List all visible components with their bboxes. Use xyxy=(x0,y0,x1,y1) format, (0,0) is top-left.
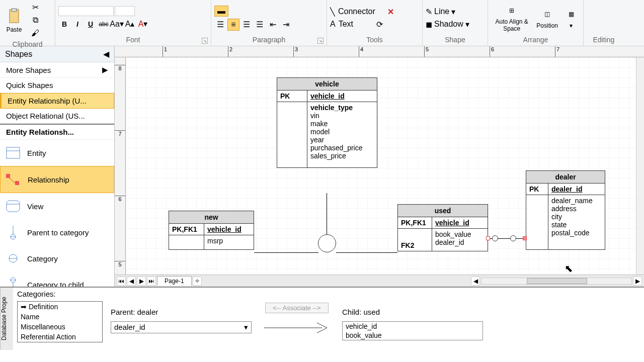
er-stencil-item[interactable]: Entity Relationship (U... xyxy=(0,93,114,109)
page-tabs: ⏮ ◀ ▶ ⏭ Page-1 ✧ ◀ ▶ xyxy=(115,275,644,287)
highlight-button[interactable]: ▬ xyxy=(214,6,228,17)
arrange-group-label: Arrange xyxy=(523,36,548,44)
categories-label: Categories: xyxy=(13,288,107,300)
parent-label: Parent: dealer xyxy=(111,308,252,316)
stencil-title: Entity Relationsh... xyxy=(0,124,114,140)
tools-group-label: Tools xyxy=(366,36,383,44)
cat-definition[interactable]: ➡Definition xyxy=(18,302,102,312)
text-icon: A xyxy=(330,20,336,29)
underline-button[interactable]: U xyxy=(85,18,97,30)
format-painter-icon[interactable]: 🖌 xyxy=(29,27,41,39)
paste-button[interactable]: Paste xyxy=(3,6,25,34)
svg-rect-2 xyxy=(7,147,20,158)
drawing-page[interactable]: vehicle PKvehicle_id vehicle_type vin ma… xyxy=(126,57,636,275)
font-dialog-launcher[interactable]: ↘ xyxy=(202,38,208,44)
database-properties-panel: Database Prope Categories: ➡Definition N… xyxy=(0,287,644,350)
scroll-left-button[interactable]: ◀ xyxy=(471,277,480,286)
entity-new[interactable]: new PK,FK1vehicle_id msrp xyxy=(169,211,254,250)
shape-entity[interactable]: Entity xyxy=(0,140,114,166)
font-color-button[interactable]: A▾ xyxy=(137,18,149,30)
font-case-button[interactable]: Aa▾ xyxy=(111,18,123,30)
svg-rect-6 xyxy=(15,181,19,185)
align-center-button[interactable]: ≡ xyxy=(227,19,239,31)
quick-shapes-item[interactable]: Quick Shapes xyxy=(0,78,114,93)
italic-button[interactable]: I xyxy=(71,18,84,30)
ruler-vertical: 8 7 6 5 xyxy=(115,57,126,275)
rel-line xyxy=(499,238,510,239)
next-page-button[interactable]: ▶ xyxy=(137,277,146,286)
align-left-button[interactable]: ☰ xyxy=(214,19,226,31)
shapes-panel: Shapes◀ More Shapes▶ Quick Shapes Entity… xyxy=(0,46,115,287)
svg-line-18 xyxy=(317,323,327,328)
categories-list[interactable]: ➡Definition Name Miscellaneous Referenti… xyxy=(17,301,103,342)
page-tab[interactable]: Page-1 xyxy=(157,276,192,286)
horizontal-scrollbar[interactable] xyxy=(481,278,632,285)
font-family-select[interactable] xyxy=(58,6,114,16)
shape-category-to-child[interactable]: Category to child xyxy=(0,272,114,287)
connector-button[interactable]: Connector xyxy=(338,7,375,16)
prev-page-button[interactable]: ◀ xyxy=(127,277,136,286)
child-label: Child: used xyxy=(342,308,483,316)
cursor-icon: ⬉ xyxy=(565,262,573,275)
shapes-collapse-icon[interactable]: ◀ xyxy=(103,49,109,59)
align-justify-button[interactable]: ☰ xyxy=(254,19,266,31)
more-shapes-item[interactable]: More Shapes▶ xyxy=(0,62,114,78)
cut-icon[interactable]: ✂ xyxy=(29,1,41,13)
rel-handle[interactable] xyxy=(486,236,490,240)
shapes-header: Shapes xyxy=(5,50,32,59)
props-side-label: Database Prope xyxy=(0,288,13,350)
svg-rect-1 xyxy=(12,9,17,12)
ruler-horizontal: 1 2 3 4 5 6 7 xyxy=(115,46,644,57)
first-page-button[interactable]: ⏮ xyxy=(117,277,126,286)
child-fields-list[interactable]: vehicle_id book_value xyxy=(342,321,483,340)
entity-vehicle[interactable]: vehicle PKvehicle_id vehicle_type vin ma… xyxy=(277,77,377,168)
canvas[interactable]: 1 2 3 4 5 6 7 8 7 6 5 vehicle PKvehicle_… xyxy=(115,46,644,287)
line-button[interactable]: ✎ Line ▾ xyxy=(426,7,455,17)
vertical-scrollbar[interactable] xyxy=(636,57,644,275)
align-right-button[interactable]: ☰ xyxy=(240,19,253,31)
paragraph-group-label: Paragraph xyxy=(253,36,285,44)
indent-increase-button[interactable]: ⇥ xyxy=(280,19,292,31)
last-page-button[interactable]: ⏭ xyxy=(147,277,156,286)
paragraph-dialog-launcher[interactable]: ↘ xyxy=(317,38,324,44)
editing-group-label: Editing xyxy=(593,36,615,44)
svg-rect-7 xyxy=(7,201,20,212)
connector-icon: ╲ xyxy=(330,7,335,17)
shape-category[interactable]: Category xyxy=(0,245,114,272)
close-tool-button[interactable]: ✕ xyxy=(387,7,394,17)
shape-parent-to-category[interactable]: Parent to category xyxy=(0,219,114,245)
bold-button[interactable]: B xyxy=(58,18,70,30)
rel-line xyxy=(336,252,397,253)
clipboard-group-label: Clipboard xyxy=(13,40,43,48)
shape-view[interactable]: View xyxy=(0,193,114,219)
rel-line xyxy=(254,252,318,253)
or-stencil-item[interactable]: Object Relational (US... xyxy=(0,109,114,124)
font-group-label: Font xyxy=(126,36,140,44)
cat-referential[interactable]: Referential Action xyxy=(18,332,102,342)
parent-field-combo[interactable]: dealer_id▾ xyxy=(111,321,252,333)
cat-name[interactable]: Name xyxy=(18,312,102,322)
font-grow-button[interactable]: A▴ xyxy=(124,18,136,30)
entity-used[interactable]: used PK,FK1vehicle_id FK2 book_value dea… xyxy=(397,204,488,251)
category-circle[interactable] xyxy=(318,234,336,252)
text-tool-button[interactable]: Text xyxy=(339,20,353,29)
strike-button[interactable]: abc xyxy=(98,18,110,30)
position-button[interactable]: ◫ Position xyxy=(534,6,560,30)
scroll-right-button[interactable]: ▶ xyxy=(633,277,642,286)
shadow-button[interactable]: ◼ Shadow ▾ xyxy=(426,20,469,29)
auto-align-button[interactable]: ⊞ Auto Align & Space xyxy=(491,3,532,33)
rel-endpoint xyxy=(492,235,498,241)
font-size-select[interactable] xyxy=(115,6,135,16)
rel-handle[interactable] xyxy=(523,236,527,240)
shape-group-label: Shape xyxy=(445,36,465,44)
entity-dealer[interactable]: dealer PKdealer_id dealer_name address c… xyxy=(526,170,605,250)
arrange-more-button[interactable]: ▦ ▾ xyxy=(562,6,580,30)
new-page-button[interactable]: ✧ xyxy=(193,277,202,286)
relationship-preview-icon xyxy=(262,320,332,335)
cat-misc[interactable]: Miscellaneous xyxy=(18,322,102,332)
copy-icon[interactable]: ⧉ xyxy=(29,14,41,26)
indent-decrease-button[interactable]: ⇤ xyxy=(267,19,279,31)
associate-button[interactable]: <-- Associate --> xyxy=(265,303,328,313)
shape-relationship[interactable]: Relationship xyxy=(0,166,114,193)
tool-refresh-icon[interactable]: ⟳ xyxy=(376,20,383,29)
